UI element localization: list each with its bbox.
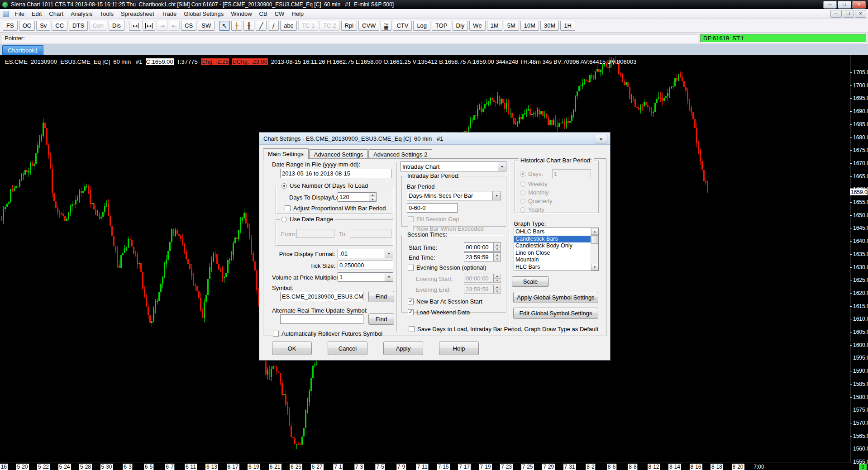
toolbar-dis-button[interactable]: Dis bbox=[109, 21, 124, 31]
tab-advanced-settings[interactable]: Advanced Settings bbox=[309, 149, 368, 159]
trade-window-icon[interactable]: TW▦ bbox=[381, 21, 391, 31]
adjust-proportional-checkbox[interactable]: Adjust Proportional With Bar Period bbox=[285, 205, 386, 212]
menu-tools[interactable]: Tools bbox=[96, 10, 117, 18]
menu-help[interactable]: Help bbox=[288, 10, 307, 18]
toolbar-ctv-button[interactable]: CTV bbox=[393, 21, 412, 31]
horizontal-line-tool-icon[interactable]: ╂ bbox=[243, 21, 254, 31]
dropdown-arrow-icon[interactable]: ▼ bbox=[385, 273, 393, 281]
toolbar-text-tool-button[interactable]: abc bbox=[280, 21, 297, 31]
spin-up-icon[interactable]: ▲ bbox=[494, 253, 501, 257]
menu-cw[interactable]: CW bbox=[271, 10, 288, 18]
menu-trade[interactable]: Trade bbox=[158, 10, 180, 18]
from-input[interactable] bbox=[296, 229, 334, 238]
edit-global-symbol-settings-button[interactable]: Edit Global Symbol Settings bbox=[513, 308, 598, 319]
bar-period-dropdown[interactable]: Days-Mins-Secs Per Bar▼ bbox=[407, 191, 501, 200]
toolbar-5min-button[interactable]: 5M bbox=[504, 21, 519, 31]
historical-quarterly-radio[interactable]: Quarterly bbox=[520, 198, 552, 204]
historical-yearly-radio[interactable]: Yearly bbox=[520, 206, 544, 213]
load-weekend-data-checkbox[interactable]: Load Weekend Data bbox=[408, 309, 470, 316]
toolbar-rpl-button[interactable]: Rpl bbox=[341, 21, 358, 31]
historical-weekly-radio[interactable]: Weekly bbox=[520, 180, 547, 187]
evening-session-checkbox[interactable]: Evening Session (optional) bbox=[408, 264, 486, 271]
spin-down-icon[interactable]: ▼ bbox=[369, 197, 376, 201]
toolbar-daily-button[interactable]: Dly bbox=[453, 21, 468, 31]
toolbar-1hour-button[interactable]: 1H bbox=[560, 21, 575, 31]
graph-type-listbox[interactable]: OHLC BarsCandlestick BarsCandlestick Bod… bbox=[514, 228, 599, 271]
ray-tool-icon[interactable]: ∕ bbox=[268, 21, 279, 31]
mdi-minimize-button[interactable]: — bbox=[830, 10, 842, 18]
toolbar-30min-button[interactable]: 30M bbox=[540, 21, 559, 31]
toolbar-weekly-button[interactable]: We bbox=[469, 21, 485, 31]
graph-type-option[interactable]: Candlestick Body Only bbox=[514, 242, 591, 250]
menu-spreadsheet[interactable]: Spreadsheet bbox=[117, 10, 158, 18]
mdi-restore-button[interactable]: ❐ bbox=[843, 10, 854, 18]
toolbar-sv-button[interactable]: Sv bbox=[36, 21, 50, 31]
dropdown-arrow-icon[interactable]: ▼ bbox=[492, 191, 501, 200]
auto-rollover-checkbox[interactable]: Automatically Rollover Futures Symbol bbox=[273, 330, 382, 337]
graph-type-option[interactable]: Candlestick Bars bbox=[514, 236, 591, 243]
menu-cb[interactable]: CB bbox=[256, 10, 271, 18]
spin-down-icon[interactable]: ▼ bbox=[494, 247, 501, 252]
toolbar-log-button[interactable]: Log bbox=[413, 21, 430, 31]
evening-start-spinner[interactable]: 00:00:00 ▲▼ bbox=[464, 274, 501, 283]
scroll-up-icon[interactable]: ▲ bbox=[591, 228, 598, 235]
dropdown-arrow-icon[interactable]: ▼ bbox=[385, 249, 393, 258]
trendline-tool-icon[interactable]: ╱ bbox=[256, 21, 267, 31]
scale-button[interactable]: Scale bbox=[512, 276, 549, 287]
graph-type-option[interactable]: Line on Close bbox=[514, 250, 591, 257]
historical-days-input[interactable]: 1 bbox=[552, 169, 591, 178]
tab-advanced-settings-2[interactable]: Advanced Settings 2 bbox=[368, 149, 432, 159]
mdi-close-button[interactable]: ✕ bbox=[855, 10, 866, 18]
volume-multiplier-dropdown[interactable]: 1▼ bbox=[338, 272, 393, 282]
chartbook-tab[interactable]: Chartbook1 bbox=[2, 45, 43, 55]
evening-end-spinner[interactable]: 23:59:59 ▲▼ bbox=[464, 285, 501, 294]
dropdown-arrow-icon[interactable]: ▼ bbox=[498, 162, 506, 171]
fit-bars-icon[interactable]: ↔ bbox=[129, 21, 142, 31]
listbox-scrollbar[interactable]: ▲ ▼ bbox=[591, 228, 598, 271]
spin-up-icon[interactable]: ▲ bbox=[369, 193, 376, 197]
ok-button[interactable]: OK bbox=[272, 342, 312, 355]
bar-period-value-input[interactable]: 0-60-0 bbox=[407, 203, 458, 213]
toolbar-sw-button[interactable]: SW bbox=[198, 21, 215, 31]
dialog-close-button[interactable]: ✕ bbox=[595, 135, 607, 143]
dialog-title-bar[interactable]: Chart Settings - ES.CME_20130900_ESU3.CM… bbox=[259, 133, 610, 145]
new-bar-at-session-start-checkbox[interactable]: New Bar At Session Start bbox=[408, 298, 482, 305]
help-button[interactable]: Help bbox=[439, 342, 479, 355]
toolbar-cvw-button[interactable]: CVW bbox=[358, 21, 379, 31]
days-to-load-spinner[interactable]: 120 ▲▼ bbox=[338, 192, 377, 202]
scrollbar-thumb[interactable] bbox=[591, 235, 598, 244]
close-button[interactable]: ✕ bbox=[852, 1, 866, 9]
price-display-format-dropdown[interactable]: .01▼ bbox=[338, 249, 393, 258]
graph-type-option[interactable]: HLC Bars bbox=[514, 264, 591, 271]
spin-up-icon[interactable]: ▲ bbox=[494, 243, 501, 247]
graph-type-option[interactable]: OHLC Bars bbox=[514, 228, 591, 236]
crosshair-tool-icon[interactable]: ┼ bbox=[231, 21, 242, 31]
menu-edit[interactable]: Edit bbox=[28, 10, 45, 18]
use-days-radio[interactable]: Use Number Of Days To Load bbox=[281, 182, 368, 189]
spin-down-icon[interactable]: ▼ bbox=[494, 257, 501, 261]
toolbar-dts-button[interactable]: DTS bbox=[69, 21, 88, 31]
fill-session-gap-checkbox[interactable]: Fill Session Gap bbox=[408, 216, 459, 223]
fit-bars-wide-icon[interactable]: ↔ bbox=[143, 21, 155, 31]
symbol-input[interactable]: ES.CME_20130900_ESU3.CM bbox=[280, 292, 363, 301]
historical-monthly-radio[interactable]: Monthly bbox=[520, 189, 549, 196]
toolbar-top-button[interactable]: TOP bbox=[432, 21, 451, 31]
use-date-range-radio[interactable]: Use Date Range bbox=[281, 216, 333, 223]
menu-global-settings[interactable]: Global Settings bbox=[180, 10, 227, 18]
menu-window[interactable]: Window bbox=[227, 10, 255, 18]
toolbar-fs-button[interactable]: FS bbox=[3, 21, 18, 31]
menu-file[interactable]: File bbox=[11, 10, 28, 18]
save-as-default-checkbox[interactable]: Save Days to Load, Intraday Bar Period, … bbox=[409, 326, 598, 332]
tab-main-settings[interactable]: Main Settings bbox=[263, 148, 309, 159]
toolbar-10min-button[interactable]: 10M bbox=[520, 21, 539, 31]
apply-global-symbol-settings-button[interactable]: Apply Global Symbol Settings bbox=[513, 292, 598, 303]
toolbar-cs-button[interactable]: CS bbox=[181, 21, 196, 31]
to-input[interactable] bbox=[350, 229, 391, 238]
toolbar-oc-button[interactable]: OC bbox=[19, 21, 35, 31]
historical-days-radio[interactable]: Days: bbox=[520, 171, 543, 177]
menu-chart[interactable]: Chart bbox=[45, 10, 67, 18]
scroll-down-icon[interactable]: ▼ bbox=[591, 264, 598, 271]
tick-size-input[interactable]: 0.250000 bbox=[338, 261, 393, 270]
pointer-tool-icon[interactable]: ↖ bbox=[219, 21, 230, 31]
start-time-spinner[interactable]: 00:00:00 ▲▼ bbox=[464, 242, 501, 252]
